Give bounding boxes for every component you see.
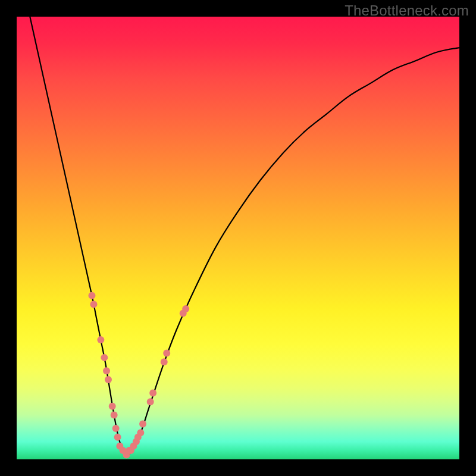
plot-area <box>17 17 459 459</box>
data-point-marker <box>101 354 108 361</box>
data-point-marker <box>149 389 156 396</box>
watermark-text: TheBottleneck.com <box>345 2 469 19</box>
data-point-marker <box>147 398 154 405</box>
data-point-marker <box>163 349 170 356</box>
data-point-marker <box>161 358 168 365</box>
data-point-marker <box>97 336 104 343</box>
bottleneck-curve <box>30 17 459 455</box>
outer-frame: TheBottleneck.com <box>0 0 476 476</box>
data-point-marker <box>109 403 116 410</box>
data-point-marker <box>114 434 121 441</box>
data-point-marker <box>112 425 120 432</box>
data-point-marker <box>103 367 110 374</box>
data-point-marker <box>111 412 118 419</box>
data-point-marker <box>139 420 146 427</box>
data-point-marker <box>88 292 95 299</box>
data-point-marker <box>137 429 144 436</box>
bottleneck-chart <box>17 17 459 459</box>
data-point-marker <box>105 376 112 383</box>
data-point-marker <box>90 301 97 308</box>
data-point-marker <box>182 305 189 312</box>
